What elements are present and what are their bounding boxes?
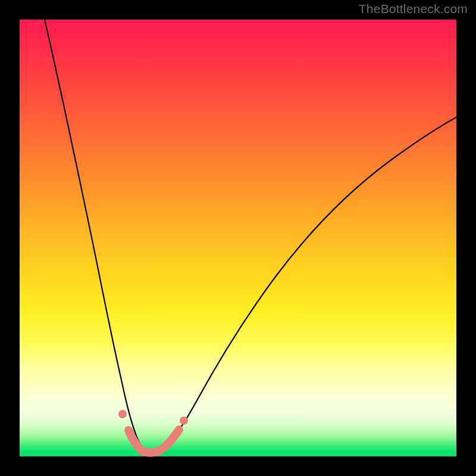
marker-dot — [180, 416, 188, 425]
marker-seg-left — [129, 430, 139, 448]
plot-area — [20, 20, 456, 456]
marker-seg-right — [165, 430, 179, 447]
watermark-text: TheBottleneck.com — [359, 2, 468, 16]
curve-left-arm — [45, 20, 146, 452]
marker-seg-trough — [141, 450, 161, 453]
marker-dot — [118, 410, 127, 418]
curve-svg — [20, 20, 456, 456]
chart-frame: TheBottleneck.com — [0, 0, 476, 476]
curve-right-arm — [146, 117, 456, 452]
